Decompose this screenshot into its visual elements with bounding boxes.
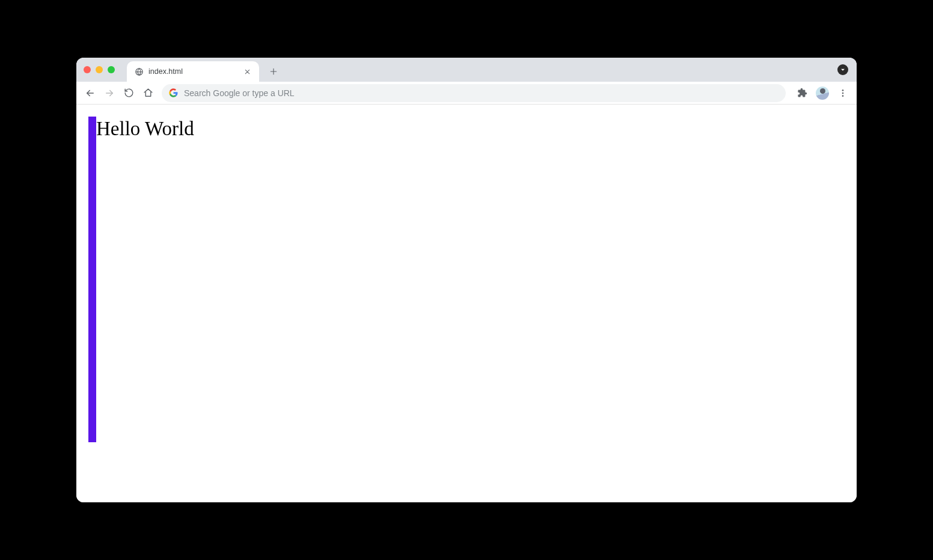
window-close-button[interactable] (84, 66, 91, 73)
tab-title: index.html (148, 67, 237, 76)
profile-button[interactable] (813, 84, 831, 102)
page-content: Hello World (88, 117, 845, 490)
browser-tab[interactable]: index.html (127, 61, 259, 82)
svg-point-1 (842, 90, 844, 91)
home-button[interactable] (139, 84, 157, 102)
page-heading: Hello World (96, 118, 194, 140)
vertical-bar (88, 117, 96, 442)
toolbar-right (791, 84, 852, 102)
address-bar[interactable] (162, 84, 786, 102)
browser-toolbar (76, 82, 857, 105)
google-icon (169, 88, 178, 97)
chrome-menu-button[interactable] (834, 84, 852, 102)
address-input[interactable] (184, 88, 779, 98)
page-viewport: Hello World (76, 105, 857, 502)
tab-close-button[interactable] (242, 67, 252, 76)
globe-icon (134, 67, 144, 76)
extensions-button[interactable] (793, 84, 811, 102)
tabstrip-right (837, 58, 857, 82)
window-fullscreen-button[interactable] (108, 66, 115, 73)
tab-strip: index.html (76, 58, 857, 82)
svg-point-3 (842, 95, 844, 97)
window-controls (84, 58, 127, 82)
forward-button[interactable] (100, 84, 118, 102)
svg-point-2 (842, 92, 844, 94)
browser-window: index.html (76, 58, 857, 502)
tab-search-button[interactable] (837, 64, 848, 75)
back-button[interactable] (81, 84, 99, 102)
new-tab-button[interactable] (265, 63, 282, 80)
reload-button[interactable] (120, 84, 138, 102)
window-minimize-button[interactable] (96, 66, 103, 73)
avatar-icon (816, 87, 829, 100)
